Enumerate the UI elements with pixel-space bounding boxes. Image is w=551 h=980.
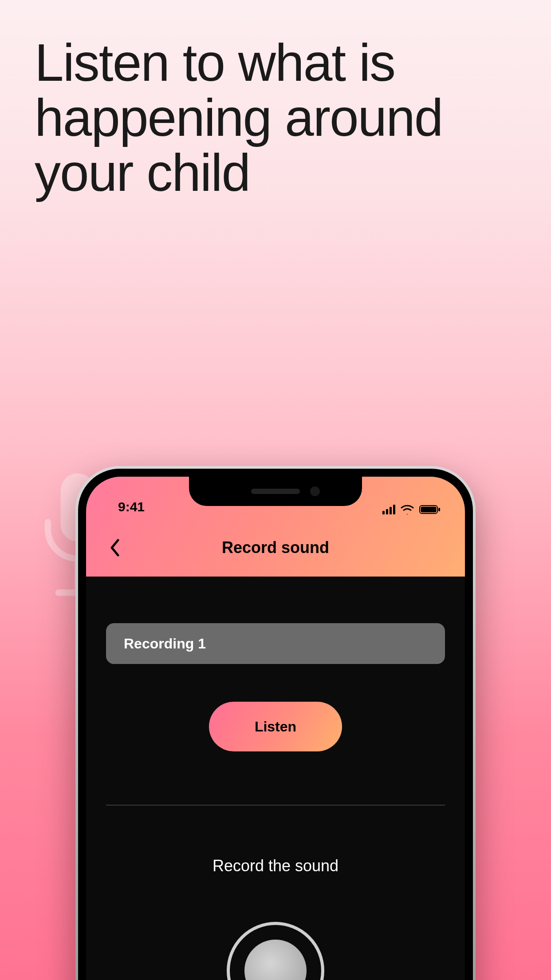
record-button[interactable] — [227, 922, 324, 980]
record-dot-icon — [244, 940, 307, 980]
screen-title: Record sound — [222, 538, 329, 557]
svg-rect-5 — [438, 508, 440, 511]
listen-button[interactable]: Listen — [209, 702, 342, 751]
phone-screen: 9:41 — [86, 477, 465, 980]
record-section: Record the sound Start recording — [106, 857, 445, 980]
battery-icon — [419, 505, 441, 514]
recording-item-label: Recording 1 — [124, 636, 206, 652]
section-divider — [106, 805, 445, 806]
notch-camera — [310, 486, 320, 496]
nav-row: Record sound — [86, 519, 465, 577]
record-section-heading: Record the sound — [213, 857, 338, 875]
device-notch — [189, 477, 362, 506]
status-indicators — [382, 505, 441, 514]
notch-speaker — [251, 489, 300, 494]
status-time: 9:41 — [114, 499, 145, 514]
chevron-left-icon — [109, 538, 121, 557]
marketing-headline: Listen to what is happening around your … — [35, 36, 516, 201]
phone-bezel: 9:41 — [75, 466, 476, 980]
listen-button-label: Listen — [255, 719, 296, 735]
recording-list-item[interactable]: Recording 1 — [106, 623, 445, 664]
listen-button-wrap: Listen — [106, 702, 445, 751]
svg-rect-4 — [421, 507, 437, 513]
wifi-icon — [401, 505, 414, 514]
phone-frame: 9:41 — [78, 469, 473, 980]
phone-mockup: 9:41 — [75, 466, 476, 980]
screen-body: Recording 1 Listen Record the sound — [86, 623, 465, 980]
back-button[interactable] — [104, 537, 126, 559]
cellular-icon — [382, 505, 395, 514]
